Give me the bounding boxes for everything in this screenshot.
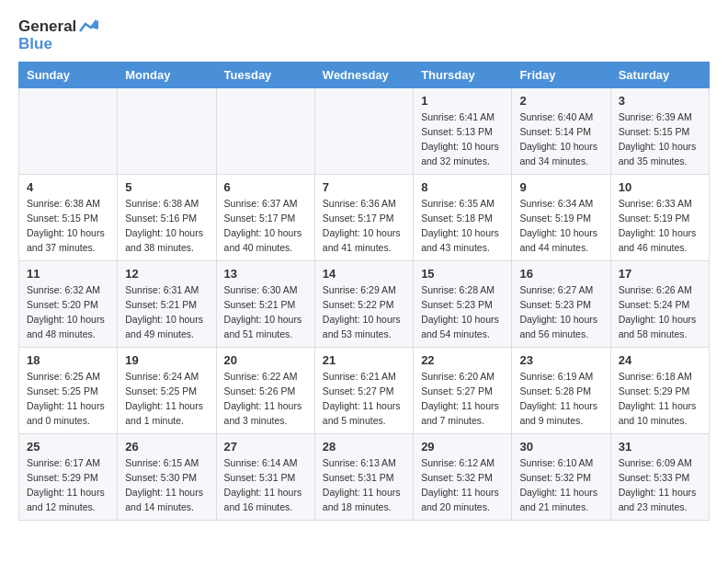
day-info: Sunrise: 6:38 AMSunset: 5:15 PMDaylight:…: [27, 197, 109, 255]
calendar-cell: 15Sunrise: 6:28 AMSunset: 5:23 PMDayligh…: [414, 261, 512, 348]
calendar-cell: 14Sunrise: 6:29 AMSunset: 5:22 PMDayligh…: [314, 261, 413, 348]
day-number: 30: [519, 440, 602, 454]
day-info: Sunrise: 6:37 AMSunset: 5:17 PMDaylight:…: [224, 197, 307, 255]
calendar-cell: 18Sunrise: 6:25 AMSunset: 5:25 PMDayligh…: [19, 348, 118, 434]
calendar-cell: 3Sunrise: 6:39 AMSunset: 5:15 PMDaylight…: [610, 88, 709, 175]
day-number: 1: [421, 94, 504, 108]
calendar-week-row: 11Sunrise: 6:32 AMSunset: 5:20 PMDayligh…: [19, 261, 710, 348]
day-info: Sunrise: 6:39 AMSunset: 5:15 PMDaylight:…: [619, 110, 701, 168]
calendar-week-row: 1Sunrise: 6:41 AMSunset: 5:13 PMDaylight…: [19, 88, 710, 175]
day-number: 15: [421, 267, 504, 281]
calendar-cell: 5Sunrise: 6:38 AMSunset: 5:16 PMDaylight…: [118, 175, 216, 261]
logo-graphic: General Blue: [18, 18, 98, 52]
page-header: General Blue: [18, 18, 710, 52]
day-info: Sunrise: 6:26 AMSunset: 5:24 PMDaylight:…: [619, 283, 701, 341]
day-info: Sunrise: 6:24 AMSunset: 5:25 PMDaylight:…: [125, 370, 208, 428]
day-number: 2: [519, 94, 602, 108]
calendar-cell: 16Sunrise: 6:27 AMSunset: 5:23 PMDayligh…: [512, 261, 610, 348]
day-info: Sunrise: 6:31 AMSunset: 5:21 PMDaylight:…: [125, 283, 208, 341]
calendar-cell: 22Sunrise: 6:20 AMSunset: 5:27 PMDayligh…: [414, 348, 512, 434]
day-info: Sunrise: 6:17 AMSunset: 5:29 PMDaylight:…: [27, 456, 109, 514]
day-number: 3: [619, 94, 701, 108]
calendar-cell: 25Sunrise: 6:17 AMSunset: 5:29 PMDayligh…: [19, 434, 118, 521]
calendar-cell: [314, 88, 413, 175]
day-info: Sunrise: 6:21 AMSunset: 5:27 PMDaylight:…: [323, 370, 405, 428]
day-number: 13: [224, 267, 307, 281]
calendar-cell: 4Sunrise: 6:38 AMSunset: 5:15 PMDaylight…: [19, 175, 118, 261]
day-info: Sunrise: 6:10 AMSunset: 5:32 PMDaylight:…: [519, 456, 602, 514]
header-saturday: Saturday: [610, 63, 709, 88]
calendar-cell: 9Sunrise: 6:34 AMSunset: 5:19 PMDaylight…: [512, 175, 610, 261]
calendar-cell: 21Sunrise: 6:21 AMSunset: 5:27 PMDayligh…: [314, 348, 413, 434]
day-number: 14: [323, 267, 405, 281]
calendar-cell: 24Sunrise: 6:18 AMSunset: 5:29 PMDayligh…: [610, 348, 709, 434]
header-monday: Monday: [118, 63, 216, 88]
day-number: 26: [125, 440, 208, 454]
day-info: Sunrise: 6:14 AMSunset: 5:31 PMDaylight:…: [224, 456, 307, 514]
day-number: 4: [27, 180, 109, 194]
day-info: Sunrise: 6:15 AMSunset: 5:30 PMDaylight:…: [125, 456, 208, 514]
day-info: Sunrise: 6:12 AMSunset: 5:32 PMDaylight:…: [421, 456, 504, 514]
day-number: 28: [323, 440, 405, 454]
calendar-cell: 12Sunrise: 6:31 AMSunset: 5:21 PMDayligh…: [118, 261, 216, 348]
calendar-cell: [19, 88, 118, 175]
day-number: 31: [619, 440, 701, 454]
day-number: 21: [323, 353, 405, 367]
calendar-cell: 31Sunrise: 6:09 AMSunset: 5:33 PMDayligh…: [610, 434, 709, 521]
day-info: Sunrise: 6:13 AMSunset: 5:31 PMDaylight:…: [323, 456, 405, 514]
day-number: 24: [619, 353, 701, 367]
calendar-cell: 30Sunrise: 6:10 AMSunset: 5:32 PMDayligh…: [512, 434, 610, 521]
calendar-cell: 6Sunrise: 6:37 AMSunset: 5:17 PMDaylight…: [216, 175, 314, 261]
day-info: Sunrise: 6:32 AMSunset: 5:20 PMDaylight:…: [27, 283, 109, 341]
calendar-cell: [216, 88, 314, 175]
day-info: Sunrise: 6:41 AMSunset: 5:13 PMDaylight:…: [421, 110, 504, 168]
day-info: Sunrise: 6:33 AMSunset: 5:19 PMDaylight:…: [619, 197, 701, 255]
day-info: Sunrise: 6:27 AMSunset: 5:23 PMDaylight:…: [519, 283, 602, 341]
day-info: Sunrise: 6:25 AMSunset: 5:25 PMDaylight:…: [27, 370, 109, 428]
logo-bird-icon: [78, 18, 98, 35]
calendar-cell: 13Sunrise: 6:30 AMSunset: 5:21 PMDayligh…: [216, 261, 314, 348]
day-number: 27: [224, 440, 307, 454]
calendar-cell: 29Sunrise: 6:12 AMSunset: 5:32 PMDayligh…: [414, 434, 512, 521]
day-number: 6: [224, 180, 307, 194]
calendar-cell: 19Sunrise: 6:24 AMSunset: 5:25 PMDayligh…: [118, 348, 216, 434]
day-info: Sunrise: 6:28 AMSunset: 5:23 PMDaylight:…: [421, 283, 504, 341]
header-thursday: Thursday: [414, 63, 512, 88]
calendar-cell: 20Sunrise: 6:22 AMSunset: 5:26 PMDayligh…: [216, 348, 314, 434]
day-info: Sunrise: 6:09 AMSunset: 5:33 PMDaylight:…: [619, 456, 701, 514]
day-info: Sunrise: 6:30 AMSunset: 5:21 PMDaylight:…: [224, 283, 307, 341]
calendar-cell: 11Sunrise: 6:32 AMSunset: 5:20 PMDayligh…: [19, 261, 118, 348]
day-info: Sunrise: 6:38 AMSunset: 5:16 PMDaylight:…: [125, 197, 208, 255]
calendar-cell: 8Sunrise: 6:35 AMSunset: 5:18 PMDaylight…: [414, 175, 512, 261]
calendar-week-row: 25Sunrise: 6:17 AMSunset: 5:29 PMDayligh…: [19, 434, 710, 521]
header-sunday: Sunday: [19, 63, 118, 88]
day-info: Sunrise: 6:20 AMSunset: 5:27 PMDaylight:…: [421, 370, 504, 428]
logo: General Blue: [18, 18, 98, 52]
day-info: Sunrise: 6:29 AMSunset: 5:22 PMDaylight:…: [323, 283, 405, 341]
day-number: 7: [323, 180, 405, 194]
day-number: 29: [421, 440, 504, 454]
calendar-cell: 28Sunrise: 6:13 AMSunset: 5:31 PMDayligh…: [314, 434, 413, 521]
day-number: 5: [125, 180, 208, 194]
day-number: 22: [421, 353, 504, 367]
calendar-cell: 23Sunrise: 6:19 AMSunset: 5:28 PMDayligh…: [512, 348, 610, 434]
day-number: 19: [125, 353, 208, 367]
calendar-table: SundayMondayTuesdayWednesdayThursdayFrid…: [18, 62, 710, 521]
day-number: 9: [519, 180, 602, 194]
calendar-week-row: 4Sunrise: 6:38 AMSunset: 5:15 PMDaylight…: [19, 175, 710, 261]
calendar-week-row: 18Sunrise: 6:25 AMSunset: 5:25 PMDayligh…: [19, 348, 710, 434]
day-info: Sunrise: 6:36 AMSunset: 5:17 PMDaylight:…: [323, 197, 405, 255]
day-info: Sunrise: 6:22 AMSunset: 5:26 PMDaylight:…: [224, 370, 307, 428]
day-number: 23: [519, 353, 602, 367]
day-number: 8: [421, 180, 504, 194]
calendar-cell: 26Sunrise: 6:15 AMSunset: 5:30 PMDayligh…: [118, 434, 216, 521]
calendar-cell: 27Sunrise: 6:14 AMSunset: 5:31 PMDayligh…: [216, 434, 314, 521]
day-number: 16: [519, 267, 602, 281]
day-number: 18: [27, 353, 109, 367]
calendar-cell: 10Sunrise: 6:33 AMSunset: 5:19 PMDayligh…: [610, 175, 709, 261]
logo-text-blue: Blue: [18, 36, 52, 53]
day-number: 20: [224, 353, 307, 367]
day-number: 17: [619, 267, 701, 281]
day-number: 11: [27, 267, 109, 281]
calendar-header-row: SundayMondayTuesdayWednesdayThursdayFrid…: [19, 63, 710, 88]
